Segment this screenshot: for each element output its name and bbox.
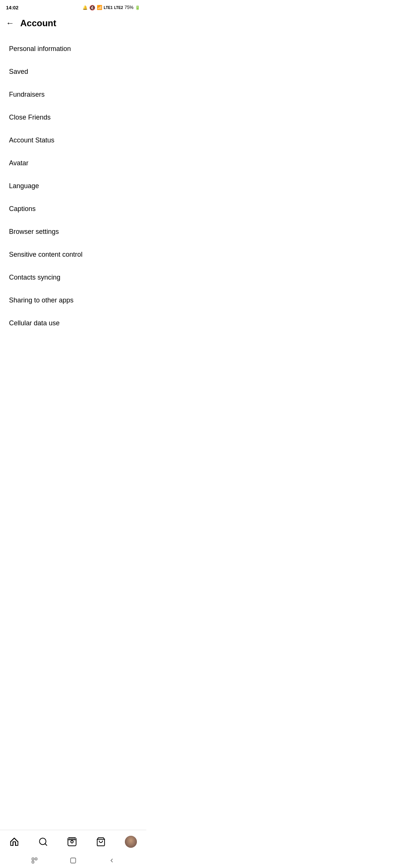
menu-item-personal-information[interactable]: Personal information: [0, 37, 146, 60]
status-icons: 🔔 🔇 📶 LTE1 LTE2 75% 🔋: [82, 5, 140, 10]
menu-item-account-status[interactable]: Account Status: [0, 129, 146, 152]
menu-item-fundraisers[interactable]: Fundraisers: [0, 83, 146, 106]
status-bar: 14:02 🔔 🔇 📶 LTE1 LTE2 75% 🔋: [0, 0, 146, 13]
signal-lte1-icon: LTE1: [104, 6, 113, 10]
alarm-icon: 🔔: [82, 5, 88, 10]
menu-item-close-friends[interactable]: Close Friends: [0, 106, 146, 129]
status-time: 14:02: [6, 5, 18, 10]
back-button[interactable]: ←: [6, 18, 14, 28]
menu-item-avatar[interactable]: Avatar: [0, 152, 146, 175]
page-header: ← Account: [0, 13, 146, 34]
menu-item-saved[interactable]: Saved: [0, 60, 146, 83]
wifi-icon: 📶: [97, 5, 102, 10]
menu-item-sensitive-content-control[interactable]: Sensitive content control: [0, 243, 146, 266]
menu-item-browser-settings[interactable]: Browser settings: [0, 220, 146, 243]
menu-item-language[interactable]: Language: [0, 175, 146, 198]
battery-text: 75%: [124, 5, 134, 10]
battery-icon: 🔋: [135, 5, 140, 10]
mute-icon: 🔇: [89, 5, 95, 10]
page-title: Account: [20, 18, 56, 28]
account-menu-list: Personal informationSavedFundraisersClos…: [0, 34, 146, 338]
menu-item-sharing-to-other-apps[interactable]: Sharing to other apps: [0, 289, 146, 312]
menu-item-cellular-data-use[interactable]: Cellular data use: [0, 312, 146, 335]
menu-item-contacts-syncing[interactable]: Contacts syncing: [0, 266, 146, 289]
signal-lte2-icon: LTE2: [114, 6, 123, 10]
menu-item-captions[interactable]: Captions: [0, 198, 146, 220]
